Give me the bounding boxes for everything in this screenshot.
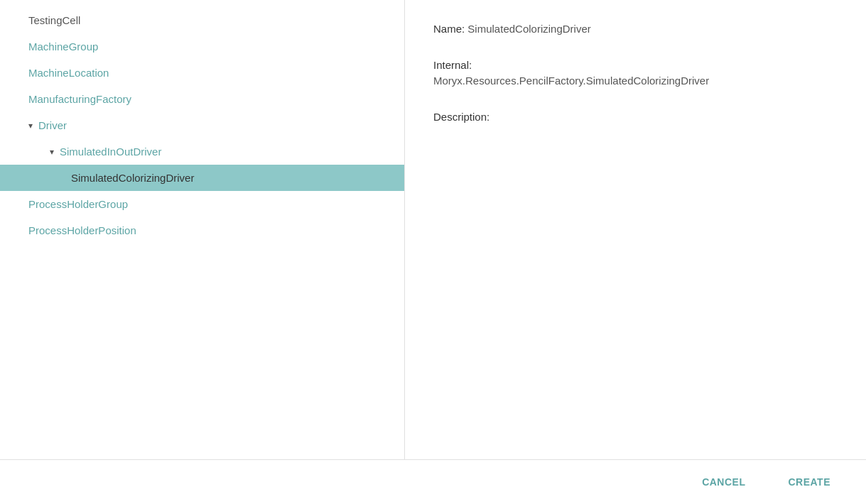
cancel-button[interactable]: CANCEL <box>681 469 767 495</box>
name-row: Name: SimulatedColorizingDriver <box>433 21 838 38</box>
tree-item-simulated-colorizing-driver[interactable]: SimulatedColorizingDriver <box>0 165 404 191</box>
tree-item-process-holder-position[interactable]: ProcessHolderPosition <box>0 217 404 243</box>
tree-item-label: SimulatedInOutDriver <box>60 146 161 158</box>
tree-item-label: MachineLocation <box>28 67 109 79</box>
name-label: Name: <box>433 23 465 35</box>
main-content: TestingCellMachineGroupMachineLocationMa… <box>0 0 866 459</box>
footer: CANCEL CREATE <box>0 459 866 504</box>
tree-item-label: MachineGroup <box>28 40 98 53</box>
tree-item-label: SimulatedColorizingDriver <box>71 172 194 184</box>
tree-item-testing-cell[interactable]: TestingCell <box>0 7 404 33</box>
tree-item-label: Driver <box>38 119 67 131</box>
internal-value: Moryx.Resources.PencilFactory.SimulatedC… <box>433 75 709 87</box>
tree-item-machine-group[interactable]: MachineGroup <box>0 33 404 60</box>
chevron-icon: ▾ <box>50 147 54 157</box>
tree-item-manufacturing-factory[interactable]: ManufacturingFactory <box>0 86 404 112</box>
tree-item-label: ManufacturingFactory <box>28 93 131 105</box>
name-value: SimulatedColorizingDriver <box>467 23 590 35</box>
left-panel: TestingCellMachineGroupMachineLocationMa… <box>0 0 405 459</box>
tree-item-label: TestingCell <box>28 14 80 26</box>
tree-item-label: ProcessHolderPosition <box>28 224 136 236</box>
tree-item-process-holder-group[interactable]: ProcessHolderGroup <box>0 191 404 217</box>
internal-label: Internal: <box>433 59 472 71</box>
right-panel: Name: SimulatedColorizingDriver Internal… <box>405 0 866 459</box>
tree-item-label: ProcessHolderGroup <box>28 198 128 210</box>
tree-item-machine-location[interactable]: MachineLocation <box>0 60 404 86</box>
create-button[interactable]: CREATE <box>767 469 852 495</box>
chevron-icon: ▾ <box>28 121 33 131</box>
tree-item-driver[interactable]: ▾Driver <box>0 112 404 138</box>
tree-item-simulated-inout-driver[interactable]: ▾SimulatedInOutDriver <box>0 138 404 165</box>
description-label: Description: <box>433 111 489 123</box>
internal-row: Internal: Moryx.Resources.PencilFactory.… <box>433 57 838 89</box>
description-row: Description: <box>433 109 838 126</box>
